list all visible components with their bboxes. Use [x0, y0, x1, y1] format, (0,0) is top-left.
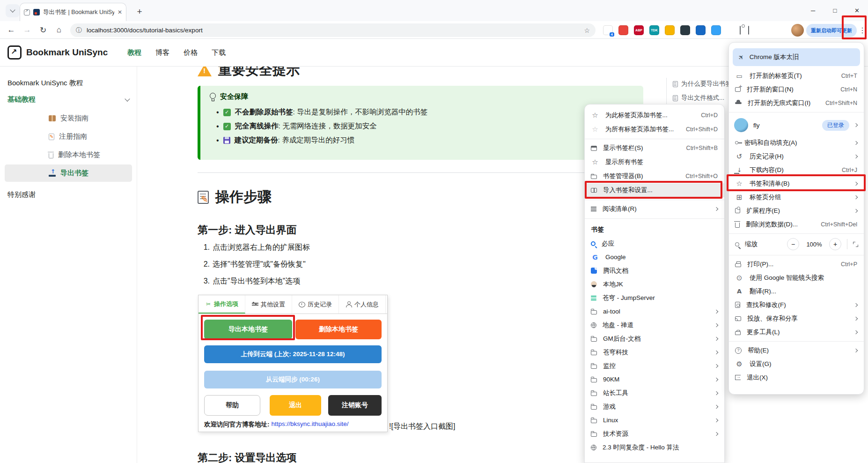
nav-link-blog[interactable]: 博客 — [155, 48, 169, 57]
bookmark-item-bing[interactable]: 必应 — [585, 237, 724, 250]
popup-tab-history[interactable]: 历史记录 — [292, 295, 339, 314]
browser-tab[interactable]: 导出书签 | Bookmark UniSy ✕ — [20, 3, 126, 21]
sidebar-item-install-guide[interactable]: 安装指南 — [5, 110, 132, 127]
menu-item-show-bookmarks-bar[interactable]: 显示书签栏(S) Ctrl+Shift+B — [585, 141, 724, 155]
upload-to-cloud-button[interactable]: 上传到云端 (上次: 2025-11-28 12:48) — [204, 345, 382, 363]
bookmark-folder-gm-docs[interactable]: GM后台-文档 — [585, 332, 724, 345]
popup-tab-profile[interactable]: 个人信息 — [339, 295, 386, 314]
help-button[interactable]: 帮助 — [204, 395, 260, 416]
menu-item-find-and-edit[interactable]: 查找和修改(F) — [729, 298, 864, 312]
bookmark-folder-games[interactable]: 游戏 — [585, 400, 724, 413]
nav-link-pricing[interactable]: 价格 — [184, 48, 198, 57]
bookmark-item-zentao[interactable]: 地盘 - 禅道 — [585, 318, 724, 332]
bookmark-item-local-jenkins[interactable]: 本地JK — [585, 277, 724, 291]
menu-item-new-incognito-window[interactable]: 打开新的无痕式窗口(I) Ctrl+Shift+N — [729, 96, 864, 110]
fullscreen-icon[interactable] — [853, 242, 858, 247]
extensions-puzzle-icon[interactable] — [740, 26, 741, 35]
window-close-button[interactable]: ✕ — [846, 0, 868, 21]
reload-button[interactable]: ↻ — [37, 23, 50, 37]
menu-item-help[interactable]: 帮助(E) — [729, 344, 864, 357]
extension-icon-tdk[interactable]: TDK — [649, 25, 659, 35]
menu-item-history[interactable]: 历史记录(H) — [729, 149, 864, 163]
tab-search-button[interactable] — [6, 4, 20, 17]
export-local-bookmarks-button[interactable]: 导出本地书签 — [204, 320, 292, 339]
popup-tab-other-settings[interactable]: 其他设置 — [245, 295, 292, 314]
sidebar-section-basics[interactable]: 基础教程 — [0, 90, 137, 109]
toc-item-why-export[interactable]: 为什么要导出书签 — [673, 77, 732, 91]
sidebar-item-delete-bookmarks[interactable]: 删除本地书签 — [5, 146, 132, 164]
extension-icon-teal[interactable] — [711, 25, 721, 35]
tab-close-icon[interactable]: ✕ — [118, 9, 122, 15]
update-chrome-button[interactable]: 重新启动即可更新 — [806, 24, 857, 37]
menu-item-settings[interactable]: 设置(G) — [729, 357, 864, 371]
address-bar[interactable]: ⓘ localhost:3000/docs/tutorial-basics/ex… — [70, 23, 596, 37]
menu-item-print[interactable]: 打印(P)... Ctrl+P — [729, 257, 864, 271]
bookmark-folder-ai-tool[interactable]: ai-tool — [585, 305, 724, 318]
extension-icon-blue[interactable] — [696, 25, 706, 35]
menu-item-tab-groups[interactable]: 标签页分组 — [729, 190, 864, 204]
extension-icon-red[interactable] — [618, 25, 628, 35]
nav-link-tutorial[interactable]: 教程 — [127, 48, 141, 57]
menu-item-passwords-autofill[interactable]: 密码和自动填充(A) — [729, 136, 864, 149]
delete-local-bookmarks-button[interactable]: 删除本地书签 — [295, 320, 382, 339]
bookmark-item-tencent-docs[interactable]: 腾讯文档 — [585, 264, 724, 277]
menu-item-cast-save-share[interactable]: 投放、保存和分享 — [729, 312, 864, 325]
bookmark-folder-cangqiong[interactable]: 苍穹科技 — [585, 345, 724, 359]
toc-item-file-format[interactable]: 导出文件格式... — [673, 91, 732, 105]
window-maximize-button[interactable]: □ — [824, 0, 846, 21]
zoom-in-button[interactable]: + — [829, 238, 841, 250]
menu-item-clear-browsing-data[interactable]: 删除浏览数据(D)... Ctrl+Shift+Del — [729, 217, 864, 231]
menu-item-reading-list[interactable]: 阅读清单(R) — [585, 202, 724, 216]
account-menu-item[interactable]: fly 已登录 — [729, 114, 864, 136]
nav-link-download[interactable]: 下载 — [212, 48, 226, 57]
chrome-update-banner[interactable]: ✈ Chrome 版本太旧 — [733, 48, 860, 66]
menu-item-google-lens[interactable]: 使用 Google 智能镜头搜索 — [729, 271, 864, 284]
menu-item-translate[interactable]: 翻译(R)... — [729, 284, 864, 298]
bookmark-star-icon[interactable]: ☆ — [584, 27, 590, 34]
site-logo-icon[interactable] — [7, 45, 22, 60]
menu-item-bookmark-all-tabs[interactable]: 为所有标签页添加书签... Ctrl+Shift+D — [585, 122, 724, 136]
new-tab-button[interactable]: + — [133, 5, 146, 18]
logout-account-button[interactable]: 注销账号 — [328, 395, 382, 416]
sidebar-item-register-guide[interactable]: 注册指南 — [5, 128, 132, 145]
menu-item-show-all-bookmarks[interactable]: 显示所有书签 — [585, 155, 724, 169]
bookmark-item-google[interactable]: Google — [585, 250, 724, 264]
kebab-menu-icon[interactable]: ⋮ — [858, 23, 867, 37]
window-minimize-button[interactable]: ─ — [802, 0, 824, 21]
site-info-icon[interactable]: ⓘ — [76, 26, 82, 35]
bookmark-folder-webmaster-tools[interactable]: 站长工具 — [585, 386, 724, 400]
menu-item-more-tools[interactable]: 更多工具(L) — [729, 325, 864, 339]
tab-organize-icon[interactable] — [24, 9, 30, 15]
menu-item-exit[interactable]: 退出(X) — [729, 371, 864, 384]
menu-item-downloads[interactable]: 下载内容(D) Ctrl+J — [729, 163, 864, 177]
sidebar-item-export-bookmarks[interactable]: 导出书签 — [5, 164, 132, 182]
extension-icon-abp[interactable]: ABP — [634, 25, 644, 35]
menu-item-bookmarks-and-lists[interactable]: 书签和清单(B) — [729, 177, 864, 190]
bookmark-folder-tech-resources[interactable]: 技术资源 — [585, 427, 724, 441]
bookmark-folder-linux[interactable]: Linux — [585, 413, 724, 427]
quit-button[interactable]: 退出 — [270, 395, 321, 416]
bookmark-folder-90km[interactable]: 90KM — [585, 373, 724, 386]
popup-footer-link[interactable]: https://bksync.ithuajiao.site/ — [272, 420, 349, 429]
menu-item-bookmark-this-tab[interactable]: 为此标签页添加书签... Ctrl+D — [585, 108, 724, 122]
bookmark-item-jumpserver[interactable]: 苍穹 - JumpServer — [585, 291, 724, 305]
url-text[interactable]: localhost:3000/docs/tutorial-basics/expo… — [87, 27, 579, 34]
menu-item-import-bookmarks-settings[interactable]: 导入书签和设置... — [585, 183, 724, 197]
sidebar-item-thanks[interactable]: 特别感谢 — [0, 185, 137, 205]
menu-item-new-window[interactable]: 打开新的窗口(N) Ctrl+N — [729, 82, 864, 96]
extension-icon-dark[interactable] — [680, 25, 690, 35]
extension-icon-proxy[interactable]: 4 — [603, 25, 613, 35]
extension-icon-bee[interactable] — [665, 25, 675, 35]
side-panel-icon[interactable] — [748, 26, 749, 35]
profile-avatar[interactable] — [791, 24, 804, 37]
menu-item-new-tab[interactable]: 打开新的标签页(T) Ctrl+T — [729, 69, 864, 82]
bookmark-folder-monitor[interactable]: 监控 — [585, 359, 724, 373]
home-button[interactable]: ⌂ — [52, 23, 66, 37]
menu-item-bookmark-manager[interactable]: 书签管理器(B) Ctrl+Shift+O — [585, 169, 724, 183]
back-button[interactable]: ← — [5, 23, 18, 37]
menu-item-extensions[interactable]: 扩展程序(E) — [729, 204, 864, 217]
sidebar-header[interactable]: Bookmark UniSync 教程 — [0, 76, 137, 90]
zoom-out-button[interactable]: − — [787, 238, 799, 250]
sync-from-cloud-button[interactable]: 从云端同步 (00:26) — [204, 371, 382, 388]
forward-button[interactable]: → — [21, 23, 34, 37]
